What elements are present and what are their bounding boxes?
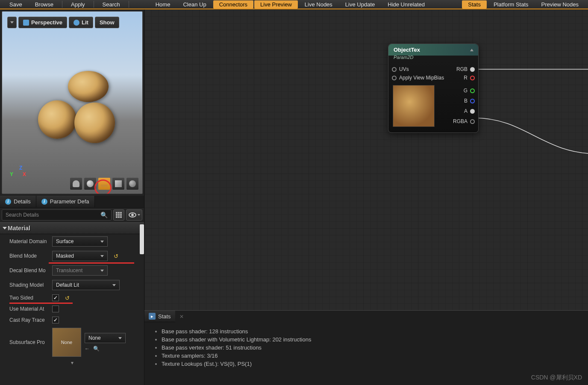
blend-mode-combo[interactable]: Masked bbox=[52, 251, 108, 261]
pin-b-out[interactable]: B bbox=[464, 98, 475, 104]
view-options-button[interactable] bbox=[126, 209, 142, 220]
menu-save[interactable]: Save bbox=[3, 0, 28, 9]
eye-icon bbox=[129, 212, 136, 217]
cylinder-icon bbox=[73, 180, 79, 187]
collapse-icon[interactable] bbox=[470, 49, 473, 51]
sphere-icon bbox=[87, 180, 94, 187]
shading-model-combo[interactable]: Default Lit bbox=[52, 280, 120, 290]
axis-gizmo: Z X Y bbox=[10, 160, 27, 177]
menu-separator bbox=[94, 1, 94, 8]
menu-livepreview[interactable]: Live Preview bbox=[254, 0, 298, 9]
tab-stats[interactable]: ▸ Stats bbox=[144, 311, 175, 322]
prop-cast-ray-trace: Cast Ray Trace bbox=[0, 314, 144, 326]
grid-icon bbox=[116, 212, 122, 218]
menu-separator bbox=[62, 1, 62, 8]
pin-g-out[interactable]: G bbox=[464, 88, 475, 94]
prop-decal-blend: Decal Blend Mo Translucent bbox=[0, 263, 144, 278]
material-graph[interactable]: ObjectTex Param2D UVs RGB Apply View Mip… bbox=[144, 9, 588, 310]
shape-custom-button[interactable] bbox=[126, 177, 139, 190]
subsurface-thumbnail[interactable]: None bbox=[52, 328, 81, 357]
chevron-down-icon bbox=[100, 241, 104, 243]
menu-apply[interactable]: Apply bbox=[65, 0, 91, 9]
section-material[interactable]: Material bbox=[0, 222, 144, 234]
chevron-down-icon bbox=[112, 284, 116, 286]
prop-subsurface-profile: Subsurface Pro None None ← 🔍 bbox=[0, 326, 144, 359]
menu-cleanup[interactable]: Clean Up bbox=[177, 0, 212, 9]
subsurface-combo[interactable]: None bbox=[85, 333, 126, 343]
pin-r-out[interactable]: R bbox=[464, 75, 475, 81]
menu-hideunrelated[interactable]: Hide Unrelated bbox=[382, 0, 431, 9]
two-sided-checkbox[interactable] bbox=[52, 294, 59, 301]
left-panel: Perspective Lit Show Z X Y bbox=[0, 9, 144, 385]
use-selected-button[interactable]: ← bbox=[85, 346, 90, 352]
sphere-icon bbox=[74, 20, 79, 26]
reset-button[interactable]: ↺ bbox=[114, 253, 121, 259]
stats-output: Base pass shader: 128 instructionsBase p… bbox=[144, 322, 588, 373]
pin-uvs-in[interactable]: UVs bbox=[392, 66, 409, 72]
prop-use-material-attrs: Use Material At bbox=[0, 303, 144, 314]
cube-icon bbox=[115, 180, 122, 187]
mesh-icon bbox=[129, 180, 136, 187]
preview-mesh bbox=[21, 53, 123, 156]
menu-search[interactable]: Search bbox=[97, 0, 126, 9]
stats-line: Texture Lookups (Est.): VS(0), PS(1) bbox=[162, 361, 578, 367]
info-icon: i bbox=[5, 199, 11, 205]
use-material-checkbox[interactable] bbox=[52, 306, 59, 312]
plane-icon bbox=[101, 185, 108, 187]
tab-parameter-defaults[interactable]: i Parameter Defa bbox=[36, 196, 95, 207]
menu-home[interactable]: Home bbox=[150, 0, 176, 9]
menu-platformstats[interactable]: Platform Stats bbox=[488, 0, 535, 9]
decal-blend-combo: Translucent bbox=[52, 265, 108, 276]
node-objecttex[interactable]: ObjectTex Param2D UVs RGB Apply View Mip… bbox=[388, 44, 479, 133]
menu-livenodes[interactable]: Live Nodes bbox=[299, 0, 338, 9]
menu-previewnodes[interactable]: Preview Nodes bbox=[535, 0, 585, 9]
info-icon: i bbox=[41, 199, 47, 205]
menu-liveupdate[interactable]: Live Update bbox=[339, 0, 381, 9]
chevron-down-icon bbox=[118, 337, 122, 339]
menu-connectors[interactable]: Connectors bbox=[213, 0, 253, 9]
shape-sphere-button[interactable] bbox=[84, 177, 97, 190]
preview-viewport[interactable]: Perspective Lit Show Z X Y bbox=[2, 11, 143, 194]
pin-a-out[interactable]: A bbox=[464, 108, 475, 114]
menu-browse[interactable]: Browse bbox=[29, 0, 59, 9]
details-panel: Material Material Domain Surface Blend M… bbox=[0, 222, 144, 385]
cast-ray-checkbox[interactable] bbox=[52, 317, 59, 323]
lit-button[interactable]: Lit bbox=[69, 17, 93, 28]
chevron-down-icon bbox=[138, 214, 140, 216]
node-subtitle: Param2D bbox=[388, 55, 478, 62]
expand-icon[interactable]: ▾ bbox=[71, 360, 74, 366]
wire-a-opacitymask bbox=[474, 115, 588, 162]
menu-separator bbox=[129, 1, 129, 8]
material-domain-combo[interactable]: Surface bbox=[52, 236, 108, 247]
chevron-down-icon bbox=[100, 270, 104, 272]
property-matrix-button[interactable] bbox=[113, 209, 124, 220]
menu-stats[interactable]: Stats bbox=[462, 0, 487, 9]
expand-icon bbox=[3, 227, 7, 229]
show-button[interactable]: Show bbox=[95, 17, 119, 28]
shape-cylinder-button[interactable] bbox=[70, 177, 82, 190]
stats-line: Texture samplers: 3/16 bbox=[162, 353, 578, 359]
pin-rgb-out[interactable]: RGB bbox=[456, 66, 475, 72]
stats-icon: ▸ bbox=[149, 313, 156, 320]
chevron-down-icon bbox=[10, 21, 14, 24]
prop-blend-mode: Blend Mode Masked ↺ bbox=[0, 249, 144, 263]
pin-rgba-out[interactable]: RGBA bbox=[453, 118, 475, 124]
search-input[interactable]: Search Details 🔍 bbox=[2, 209, 112, 220]
shape-plane-button[interactable] bbox=[98, 177, 111, 190]
shape-cube-button[interactable] bbox=[112, 177, 125, 190]
prop-material-domain: Material Domain Surface bbox=[0, 234, 144, 249]
property-tabs: i Details i Parameter Defa bbox=[0, 196, 144, 208]
tab-details[interactable]: i Details bbox=[0, 196, 36, 207]
browse-button[interactable]: 🔍 bbox=[93, 346, 100, 352]
chevron-down-icon bbox=[100, 255, 104, 257]
wire-rgb-basecolor bbox=[474, 67, 588, 75]
top-menu-bar: Save Browse Apply Search Home Clean Up C… bbox=[0, 0, 588, 9]
viewport-options-button[interactable] bbox=[7, 17, 17, 28]
prop-two-sided: Two Sided ↺ bbox=[0, 292, 144, 303]
pin-mipbias-in[interactable]: Apply View MipBias bbox=[392, 75, 444, 81]
perspective-button[interactable]: Perspective bbox=[18, 17, 67, 28]
search-icon: 🔍 bbox=[100, 212, 108, 218]
close-tab-button[interactable]: ✕ bbox=[179, 314, 184, 320]
reset-button[interactable]: ↺ bbox=[65, 295, 72, 301]
stats-line: Base pass shader: 128 instructions bbox=[162, 328, 578, 335]
